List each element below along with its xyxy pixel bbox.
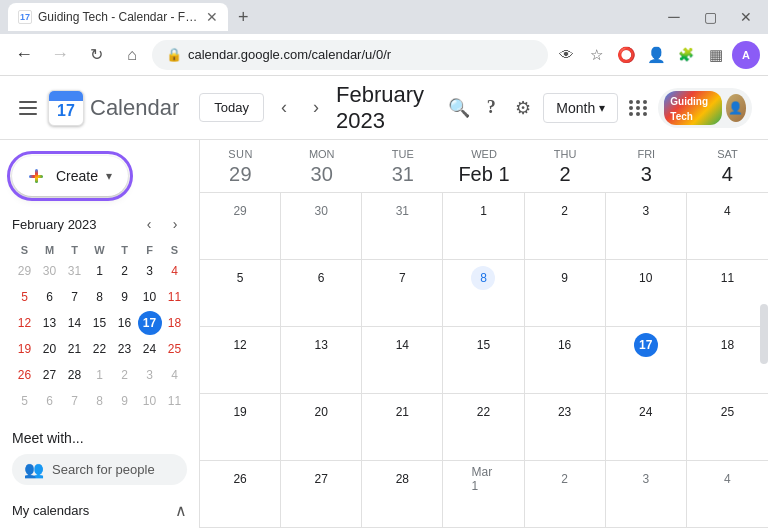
cal-cell[interactable]: 4 bbox=[687, 193, 768, 259]
cal-cell[interactable]: 14 bbox=[362, 327, 443, 393]
extension-icon-4[interactable]: 🧩 bbox=[672, 41, 700, 69]
cal-cell[interactable]: 12 bbox=[200, 327, 281, 393]
mini-cal-day-cell[interactable]: 8 bbox=[87, 284, 112, 310]
mini-cal-day-cell[interactable]: 3 bbox=[137, 258, 162, 284]
extension-icon-3[interactable]: 👤 bbox=[642, 41, 670, 69]
mini-cal-day-cell[interactable]: 13 bbox=[37, 310, 62, 336]
tab-close-icon[interactable]: ✕ bbox=[206, 9, 218, 25]
mini-cal-day-cell[interactable]: 12 bbox=[12, 310, 37, 336]
cal-cell[interactable]: 25 bbox=[687, 394, 768, 460]
cal-cell[interactable]: 10 bbox=[606, 260, 687, 326]
cal-cell[interactable]: 20 bbox=[281, 394, 362, 460]
cal-cell[interactable]: 27 bbox=[281, 461, 362, 527]
mini-cal-prev[interactable]: ‹ bbox=[137, 212, 161, 236]
cal-cell[interactable]: 9 bbox=[525, 260, 606, 326]
cal-cell[interactable]: 22 bbox=[443, 394, 524, 460]
cal-cell[interactable]: 28 bbox=[362, 461, 443, 527]
bookmark-icon[interactable]: ☆ bbox=[582, 41, 610, 69]
cal-cell[interactable]: 4 bbox=[687, 461, 768, 527]
cal-cell[interactable]: 15 bbox=[443, 327, 524, 393]
mini-cal-day-cell[interactable]: 30 bbox=[37, 258, 62, 284]
mini-cal-day-cell[interactable]: 28 bbox=[62, 362, 87, 388]
cal-cell[interactable]: 24 bbox=[606, 394, 687, 460]
my-calendars-collapse[interactable]: ∧ bbox=[175, 501, 187, 520]
mini-cal-next[interactable]: › bbox=[163, 212, 187, 236]
brand-badge[interactable]: Guiding Tech 👤 bbox=[658, 88, 752, 128]
cal-cell[interactable]: 13 bbox=[281, 327, 362, 393]
cal-cell[interactable]: 2 bbox=[525, 461, 606, 527]
new-tab-button[interactable]: + bbox=[230, 3, 257, 31]
forward-button[interactable]: → bbox=[44, 39, 76, 71]
mini-cal-day-cell[interactable]: 16 bbox=[112, 310, 137, 336]
search-button[interactable]: 🔍 bbox=[447, 90, 471, 126]
extension-icon-1[interactable]: 👁 bbox=[552, 41, 580, 69]
mini-cal-day-cell[interactable]: 4 bbox=[162, 258, 187, 284]
today-button[interactable]: Today bbox=[199, 93, 264, 122]
mini-cal-day-cell[interactable]: 23 bbox=[112, 336, 137, 362]
mini-cal-day-cell[interactable]: 10 bbox=[137, 284, 162, 310]
search-people-bar[interactable]: 👥 Search for people bbox=[12, 454, 187, 485]
cal-cell[interactable]: 29 bbox=[200, 193, 281, 259]
mini-cal-day-cell[interactable]: 27 bbox=[37, 362, 62, 388]
mini-cal-day-cell[interactable]: 26 bbox=[12, 362, 37, 388]
mini-cal-day-cell[interactable]: 15 bbox=[87, 310, 112, 336]
hamburger-menu[interactable] bbox=[16, 90, 40, 126]
address-bar[interactable]: 🔒 calendar.google.com/calendar/u/0/r bbox=[152, 40, 548, 70]
mini-cal-day-cell[interactable]: 2 bbox=[112, 258, 137, 284]
cal-cell[interactable]: 18 bbox=[687, 327, 768, 393]
view-selector[interactable]: Month ▾ bbox=[543, 93, 618, 123]
extension-icon-5[interactable]: ▦ bbox=[702, 41, 730, 69]
home-button[interactable]: ⌂ bbox=[116, 39, 148, 71]
cal-cell[interactable]: 30 bbox=[281, 193, 362, 259]
nav-prev-month[interactable]: ‹ bbox=[272, 90, 296, 126]
mini-cal-day-cell[interactable]: 11 bbox=[162, 284, 187, 310]
mini-cal-day-cell[interactable]: 29 bbox=[12, 258, 37, 284]
mini-cal-day-cell[interactable]: 24 bbox=[137, 336, 162, 362]
mini-cal-day-cell[interactable]: 21 bbox=[62, 336, 87, 362]
mini-cal-day-cell[interactable]: 20 bbox=[37, 336, 62, 362]
cal-cell[interactable]: 6 bbox=[281, 260, 362, 326]
extension-icon-2[interactable]: ⭕ bbox=[612, 41, 640, 69]
mini-cal-day-cell[interactable]: 4 bbox=[162, 362, 187, 388]
mini-cal-day-cell[interactable]: 17 bbox=[137, 310, 162, 336]
cal-cell[interactable]: 26 bbox=[200, 461, 281, 527]
mini-cal-day-cell[interactable]: 9 bbox=[112, 388, 137, 414]
cal-cell[interactable]: 23 bbox=[525, 394, 606, 460]
mini-cal-day-cell[interactable]: 18 bbox=[162, 310, 187, 336]
close-button[interactable]: ✕ bbox=[732, 3, 760, 31]
scroll-handle[interactable] bbox=[760, 304, 768, 364]
back-button[interactable]: ← bbox=[8, 39, 40, 71]
mini-cal-day-cell[interactable]: 3 bbox=[137, 362, 162, 388]
cal-cell[interactable]: 19 bbox=[200, 394, 281, 460]
cal-cell[interactable]: 17 bbox=[606, 327, 687, 393]
cal-cell[interactable]: 16 bbox=[525, 327, 606, 393]
mini-cal-day-cell[interactable]: 5 bbox=[12, 284, 37, 310]
cal-cell[interactable]: 5 bbox=[200, 260, 281, 326]
apps-grid-button[interactable] bbox=[626, 90, 650, 126]
mini-cal-day-cell[interactable]: 7 bbox=[62, 284, 87, 310]
mini-cal-day-cell[interactable]: 25 bbox=[162, 336, 187, 362]
mini-cal-day-cell[interactable]: 10 bbox=[137, 388, 162, 414]
mini-cal-day-cell[interactable]: 7 bbox=[62, 388, 87, 414]
minimize-button[interactable]: ─ bbox=[660, 3, 688, 31]
mini-cal-day-cell[interactable]: 5 bbox=[12, 388, 37, 414]
mini-cal-day-cell[interactable]: 6 bbox=[37, 284, 62, 310]
reload-button[interactable]: ↻ bbox=[80, 39, 112, 71]
mini-cal-day-cell[interactable]: 19 bbox=[12, 336, 37, 362]
mini-cal-day-cell[interactable]: 14 bbox=[62, 310, 87, 336]
cal-cell[interactable]: 31 bbox=[362, 193, 443, 259]
browser-tab-active[interactable]: 17 Guiding Tech - Calendar - Febru... ✕ bbox=[8, 3, 228, 31]
mini-cal-day-cell[interactable]: 31 bbox=[62, 258, 87, 284]
cal-cell[interactable]: 2 bbox=[525, 193, 606, 259]
mini-cal-day-cell[interactable]: 6 bbox=[37, 388, 62, 414]
mini-cal-day-cell[interactable]: 1 bbox=[87, 362, 112, 388]
cal-cell[interactable]: Mar 1 bbox=[443, 461, 524, 527]
mini-cal-day-cell[interactable]: 11 bbox=[162, 388, 187, 414]
mini-cal-day-cell[interactable]: 2 bbox=[112, 362, 137, 388]
cal-cell[interactable]: 8 bbox=[443, 260, 524, 326]
cal-cell[interactable]: 3 bbox=[606, 193, 687, 259]
mini-cal-day-cell[interactable]: 9 bbox=[112, 284, 137, 310]
create-button[interactable]: Create ▾ bbox=[12, 156, 128, 196]
cal-cell[interactable]: 3 bbox=[606, 461, 687, 527]
nav-next-month[interactable]: › bbox=[304, 90, 328, 126]
